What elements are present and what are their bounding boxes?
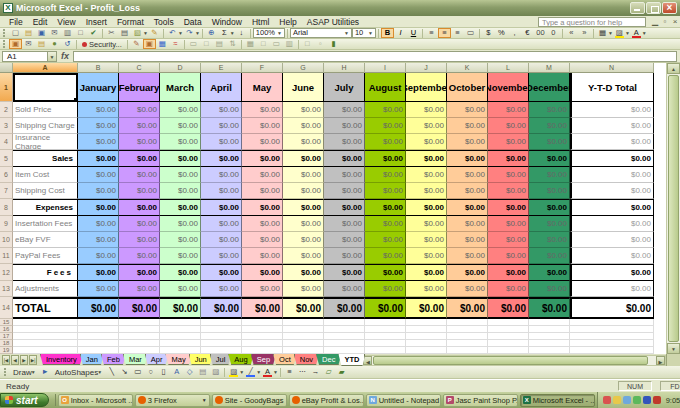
paste-icon[interactable]: ▧: [131, 28, 144, 38]
gray-6-icon[interactable]: □: [257, 39, 270, 49]
row-header-7[interactable]: 7: [0, 183, 13, 199]
row-header-17[interactable]: 17: [0, 333, 13, 340]
grid-cell[interactable]: $0.00: [78, 118, 119, 134]
grid-cell[interactable]: [447, 340, 488, 347]
grid-cell-ytd[interactable]: $0.00: [570, 248, 654, 264]
grid-cell[interactable]: $0.00: [283, 248, 324, 264]
grid-cell[interactable]: [570, 319, 654, 326]
addin-1-icon[interactable]: ▣: [9, 39, 22, 49]
sheet-tab-dec[interactable]: Dec: [316, 354, 341, 365]
column-header-i[interactable]: I: [365, 63, 406, 73]
grid-cell[interactable]: $0.00: [365, 281, 406, 297]
grid-cell[interactable]: $0.00: [365, 297, 406, 319]
month-header-august[interactable]: August: [365, 73, 406, 102]
grid-cell-ytd[interactable]: $0.00: [570, 232, 654, 248]
month-header-april[interactable]: April: [201, 73, 242, 102]
grid-cell[interactable]: $0.00: [406, 118, 447, 134]
grid-cell[interactable]: [488, 333, 529, 340]
gray-3-icon[interactable]: ▤: [213, 39, 226, 49]
grid-cell[interactable]: $0.00: [406, 199, 447, 216]
sheet-tab-jun[interactable]: Jun: [189, 354, 213, 365]
grid-cell[interactable]: [201, 333, 242, 340]
column-header-a[interactable]: A: [13, 63, 78, 73]
grid-cell[interactable]: $0.00: [283, 167, 324, 183]
grid-cell[interactable]: $0.00: [365, 118, 406, 134]
month-header-october[interactable]: October: [447, 73, 488, 102]
grid-cell[interactable]: [324, 326, 365, 333]
grid-cell[interactable]: [324, 340, 365, 347]
arrow-icon[interactable]: ↘: [118, 367, 131, 377]
grid-cell[interactable]: $0.00: [324, 199, 365, 216]
save-icon[interactable]: ▣: [35, 28, 48, 38]
redo-icon[interactable]: ↷: [183, 28, 196, 38]
grid-cell[interactable]: [242, 340, 283, 347]
scroll-right-icon[interactable]: ▶: [656, 356, 665, 365]
tray-messenger-icon[interactable]: [623, 396, 631, 404]
toolbar-grip[interactable]: [3, 29, 6, 37]
new-icon[interactable]: ▢: [9, 28, 22, 38]
pencil-icon[interactable]: ✎: [130, 39, 143, 49]
grid-cell[interactable]: $0.00: [283, 199, 324, 216]
decrease-decimal-icon[interactable]: 0: [547, 28, 560, 38]
month-header-march[interactable]: March: [160, 73, 201, 102]
grid-cell[interactable]: $0.00: [529, 216, 570, 232]
grid-cell[interactable]: $0.00: [529, 297, 570, 319]
scroll-left-icon[interactable]: ◀: [363, 356, 372, 365]
comma-style-icon[interactable]: ,: [508, 28, 521, 38]
row-header-4[interactable]: 4: [0, 134, 13, 150]
grid-cell[interactable]: $0.00: [529, 102, 570, 118]
grid-cell[interactable]: $0.00: [365, 167, 406, 183]
grid-cell[interactable]: $0.00: [78, 150, 119, 167]
font-size-select[interactable]: 10▼: [352, 28, 376, 38]
task-firefox[interactable]: eBay Profit & Los...: [289, 394, 364, 407]
sheet-tab-jan[interactable]: Jan: [80, 354, 104, 365]
undo-icon[interactable]: ↶: [166, 28, 179, 38]
grid-cell[interactable]: $0.00: [529, 232, 570, 248]
sheet-tab-ytd[interactable]: YTD: [338, 354, 365, 366]
task-paint-shop-pro[interactable]: PJasc Paint Shop P...: [443, 394, 518, 407]
grid-cell[interactable]: $0.00: [447, 216, 488, 232]
grid-cell[interactable]: [78, 347, 119, 354]
month-header-september[interactable]: September: [406, 73, 447, 102]
grid-cell[interactable]: $0.00: [529, 134, 570, 150]
grid-cell[interactable]: [570, 326, 654, 333]
grid-cell[interactable]: $0.00: [283, 232, 324, 248]
oval-icon[interactable]: ○: [144, 367, 157, 377]
grid-cell[interactable]: [324, 347, 365, 354]
grid-cell[interactable]: $0.00: [78, 102, 119, 118]
grid-cell[interactable]: [13, 347, 78, 354]
grid-cell[interactable]: $0.00: [201, 118, 242, 134]
grid-cell[interactable]: [324, 333, 365, 340]
grid-cell[interactable]: [529, 347, 570, 354]
grid-cell[interactable]: $0.00: [406, 297, 447, 319]
grid-cell[interactable]: $0.00: [488, 134, 529, 150]
grid-cell[interactable]: $0.00: [365, 264, 406, 281]
grid-cell[interactable]: $0.00: [201, 183, 242, 199]
grid-cell[interactable]: $0.00: [160, 167, 201, 183]
chevron-down-icon[interactable]: ▼: [202, 397, 207, 403]
grid-cell[interactable]: $0.00: [488, 232, 529, 248]
grid-cell[interactable]: $0.00: [78, 199, 119, 216]
grid-cell[interactable]: $0.00: [488, 281, 529, 297]
grid-cell[interactable]: [406, 326, 447, 333]
month-header-february[interactable]: February: [119, 73, 160, 102]
row-label-shipping-cost[interactable]: Shipping Cost: [13, 183, 78, 199]
column-header-l[interactable]: L: [488, 63, 529, 73]
grid-cell[interactable]: $0.00: [160, 248, 201, 264]
grid-cell[interactable]: $0.00: [529, 150, 570, 167]
grid-cell[interactable]: $0.00: [242, 150, 283, 167]
grid-cell[interactable]: $0.00: [119, 232, 160, 248]
grid-cell-ytd[interactable]: $0.00: [570, 102, 654, 118]
grid-cell[interactable]: $0.00: [119, 281, 160, 297]
row-header-13[interactable]: 13: [0, 281, 13, 297]
grid-cell[interactable]: $0.00: [324, 134, 365, 150]
grid-cell[interactable]: $0.00: [242, 199, 283, 216]
print-icon[interactable]: ▥: [61, 28, 74, 38]
grid-cell[interactable]: [242, 319, 283, 326]
grid-cell[interactable]: $0.00: [529, 167, 570, 183]
grid-cell[interactable]: $0.00: [365, 102, 406, 118]
task-excel[interactable]: XMicrosoft Excel - ...: [520, 394, 595, 407]
grid-cell[interactable]: $0.00: [324, 216, 365, 232]
spelling-icon[interactable]: ✔: [87, 28, 100, 38]
sheet-tab-feb[interactable]: Feb: [101, 354, 126, 365]
